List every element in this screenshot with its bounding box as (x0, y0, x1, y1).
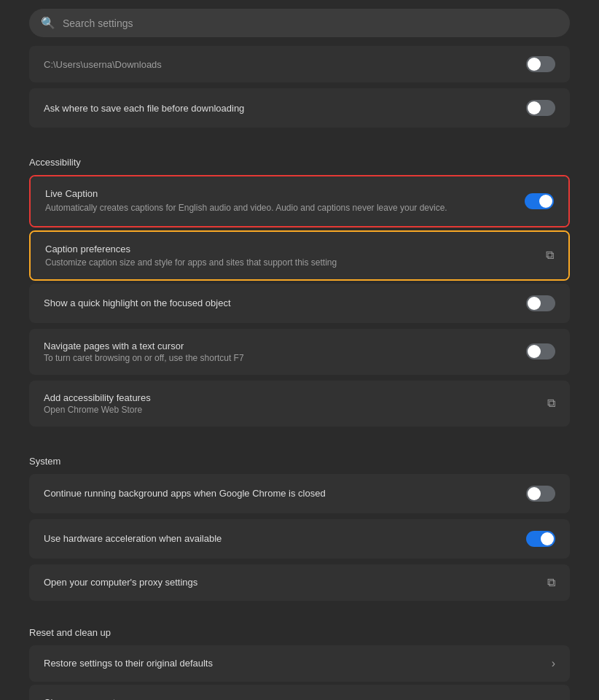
settings-page: 🔍 C:\Users\userna\Downloads Ask where to… (0, 0, 599, 700)
content-area: C:\Users\userna\Downloads Ask where to s… (0, 46, 599, 700)
hardware-acceleration-label: Use hardware acceleration when available (44, 533, 222, 544)
add-accessibility-ext-link-icon[interactable]: ⧉ (547, 397, 555, 410)
add-accessibility-title: Add accessibility features (44, 392, 151, 403)
proxy-settings-ext-link-icon[interactable]: ⧉ (547, 576, 555, 589)
caption-pref-subtitle: Customize caption size and style for app… (45, 257, 337, 268)
caption-pref-highlight: Caption preferences Customize caption si… (29, 230, 570, 281)
navigate-pages-toggle[interactable] (526, 343, 555, 359)
caption-pref-row[interactable]: Caption preferences Customize caption si… (31, 232, 568, 279)
add-accessibility-text: Add accessibility features Open Chrome W… (44, 392, 151, 415)
system-heading: System (29, 441, 570, 474)
continue-running-toggle[interactable] (526, 486, 555, 502)
ask-save-row: Ask where to save each file before downl… (29, 88, 570, 128)
downloads-path-text: C:\Users\userna\Downloads (44, 59, 162, 70)
live-caption-subtitle: Automatically creates captions for Engli… (45, 202, 447, 214)
search-icon: 🔍 (41, 16, 55, 30)
cleanup-computer-chevron-icon: › (552, 696, 555, 700)
system-items: Continue running background apps when Go… (29, 474, 570, 601)
continue-running-label: Continue running background apps when Go… (44, 488, 326, 499)
ask-save-toggle[interactable] (526, 100, 555, 116)
downloads-path-toggle[interactable] (526, 56, 555, 72)
reset-cleanup-heading: Reset and clean up (29, 612, 570, 645)
cleanup-computer-label: Clean up computer (44, 697, 124, 700)
search-input[interactable] (63, 18, 558, 29)
navigate-pages-text: Navigate pages with a text cursor To tur… (44, 341, 244, 363)
show-highlight-label: Show a quick highlight on the focused ob… (44, 298, 231, 308)
live-caption-highlight: Live Caption Automatically creates capti… (29, 175, 570, 228)
live-caption-title: Live Caption (45, 188, 447, 199)
proxy-settings-label: Open your computer's proxy settings (44, 577, 197, 588)
add-accessibility-subtitle: Open Chrome Web Store (44, 405, 151, 415)
hardware-acceleration-toggle[interactable] (526, 531, 555, 547)
navigate-pages-row: Navigate pages with a text cursor To tur… (29, 329, 570, 375)
restore-settings-chevron-icon: › (552, 657, 555, 670)
cleanup-computer-row[interactable]: Clean up computer › (29, 685, 570, 700)
live-caption-toggle[interactable] (525, 193, 554, 209)
navigate-pages-subtitle: To turn caret browsing on or off, use th… (44, 353, 244, 363)
add-accessibility-row[interactable]: Add accessibility features Open Chrome W… (29, 381, 570, 427)
proxy-settings-row[interactable]: Open your computer's proxy settings ⧉ (29, 564, 570, 601)
live-caption-text: Live Caption Automatically creates capti… (45, 188, 447, 214)
reset-cleanup-items: Restore settings to their original defau… (29, 645, 570, 700)
live-caption-row: Live Caption Automatically creates capti… (31, 176, 568, 226)
downloads-path-row: C:\Users\userna\Downloads (29, 46, 570, 82)
restore-settings-label: Restore settings to their original defau… (44, 658, 213, 669)
caption-pref-title: Caption preferences (45, 244, 337, 254)
continue-running-row: Continue running background apps when Go… (29, 474, 570, 513)
show-highlight-toggle[interactable] (526, 295, 555, 311)
caption-pref-ext-link-icon[interactable]: ⧉ (546, 249, 554, 262)
search-bar-container: 🔍 (0, 0, 599, 46)
caption-pref-text: Caption preferences Customize caption si… (45, 244, 337, 268)
restore-settings-row[interactable]: Restore settings to their original defau… (29, 645, 570, 682)
ask-save-label: Ask where to save each file before downl… (44, 103, 244, 114)
search-bar: 🔍 (29, 9, 570, 37)
show-highlight-row: Show a quick highlight on the focused ob… (29, 284, 570, 323)
accessibility-items: Show a quick highlight on the focused ob… (29, 284, 570, 429)
accessibility-heading: Accessibility (29, 142, 570, 175)
navigate-pages-title: Navigate pages with a text cursor (44, 341, 244, 351)
hardware-acceleration-row: Use hardware acceleration when available (29, 519, 570, 559)
